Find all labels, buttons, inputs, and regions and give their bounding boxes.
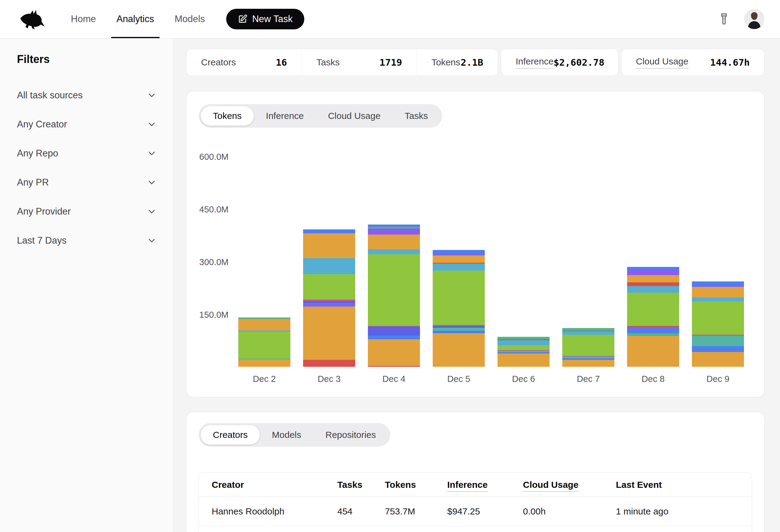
nav-tab-home[interactable]: Home <box>60 0 106 38</box>
column-header-label: Last Event <box>616 480 662 490</box>
kangaroo-logo-icon <box>18 9 47 30</box>
chart-tab-cloud-usage[interactable]: Cloud Usage <box>316 106 392 125</box>
bar-segment-royal <box>627 267 679 270</box>
table-row[interactable]: Rooviewer440544.3M$376.2875.23h3 minutes… <box>199 526 752 532</box>
breakdown-tab-repositories[interactable]: Repositories <box>313 425 388 444</box>
bar-segment-green <box>562 335 615 356</box>
chevron-down-icon <box>147 119 157 129</box>
filter-label: Any Repo <box>17 148 58 159</box>
new-task-button[interactable]: New Task <box>226 9 304 30</box>
nav-tab-models[interactable]: Models <box>164 0 215 38</box>
bar-segment-orange <box>562 360 615 367</box>
stat-label: Creators <box>201 57 236 67</box>
bar-slot-dec-7: Dec 7 <box>556 134 621 367</box>
bar-segment-orange <box>238 319 290 330</box>
table-cell: 1 minute ago <box>616 506 739 517</box>
filter-dropdown-any-repo[interactable]: Any Repo <box>17 139 157 168</box>
chart-tab-tokens[interactable]: Tokens <box>201 106 254 125</box>
bar-segment-tealgreen <box>627 333 679 336</box>
flashlight-icon[interactable] <box>717 12 731 26</box>
stat-label[interactable]: Inference <box>516 56 553 69</box>
bar-segment-skyblue <box>692 298 744 302</box>
stat-value: 2.1B <box>460 57 483 68</box>
table-body: Hannes Roodolph454753.7M$947.250.00h1 mi… <box>199 497 752 532</box>
filter-label: Any PR <box>17 177 49 188</box>
app-logo[interactable] <box>18 9 51 30</box>
bar-segment-orange <box>692 287 744 298</box>
bar-segment-green <box>692 302 744 335</box>
stacked-bar[interactable] <box>238 317 290 367</box>
avatar-photo <box>744 9 764 29</box>
table-cell: $947.25 <box>447 506 523 517</box>
stacked-bar[interactable] <box>303 229 355 367</box>
x-axis-label: Dec 4 <box>361 374 426 384</box>
bar-segment-red <box>368 366 420 367</box>
bar-segment-orange <box>627 336 679 367</box>
column-header-tokens: Tokens <box>385 480 447 490</box>
chart-tab-inference[interactable]: Inference <box>254 106 316 125</box>
bar-segment-royal <box>433 250 485 254</box>
stacked-bar[interactable] <box>497 337 549 367</box>
user-avatar[interactable] <box>744 9 764 29</box>
stat-value: 1719 <box>379 57 402 68</box>
bar-segment-indigo <box>368 326 420 335</box>
stat-label[interactable]: Cloud Usage <box>636 56 688 69</box>
bar-segment-green <box>627 292 679 326</box>
stacked-bar[interactable] <box>692 281 744 367</box>
chart-card: TokensInferenceCloud UsageTasks 600.0M45… <box>186 91 765 397</box>
bar-segment-orange <box>238 360 290 367</box>
bar-segment-skyblue <box>627 286 679 292</box>
bar-segment-orange <box>368 339 420 366</box>
bar-segment-orange <box>433 255 485 263</box>
column-header-tasks: Tasks <box>337 480 385 490</box>
chart-tab-tasks[interactable]: Tasks <box>393 106 440 125</box>
main-content: Creators16Tasks1719Tokens2.1BInference$2… <box>174 39 780 532</box>
column-header-creator: Creator <box>212 480 337 490</box>
bar-segment-green <box>368 254 420 326</box>
bar-segment-royal <box>692 281 744 286</box>
bar-segment-royal <box>627 328 679 333</box>
bar-segment-teal <box>692 335 744 346</box>
top-nav: HomeAnalyticsModels New Task <box>0 0 780 39</box>
bar-segment-royal <box>368 335 420 339</box>
column-header-inference[interactable]: Inference <box>447 480 523 490</box>
bar-segment-orange <box>497 354 549 367</box>
bar-slot-dec-6: Dec 6 <box>491 134 556 367</box>
column-header-cloud-usage[interactable]: Cloud Usage <box>523 480 616 490</box>
bar-segment-tealgreen <box>562 328 615 331</box>
bar-slot-dec-8: Dec 8 <box>621 134 686 367</box>
filter-dropdown-last-7-days[interactable]: Last 7 Days <box>17 226 157 255</box>
column-header-label: Tokens <box>385 480 416 490</box>
filter-dropdown-all-task-sources[interactable]: All task sources <box>17 81 157 110</box>
filter-dropdown-any-creator[interactable]: Any Creator <box>17 110 157 139</box>
filter-dropdown-any-pr[interactable]: Any PR <box>17 168 157 197</box>
bar-segment-royal <box>303 229 355 233</box>
stat-inference: Inference$2,602.78 <box>501 49 618 76</box>
column-header-label: Inference <box>447 480 487 492</box>
filters-sidebar: Filters All task sourcesAny CreatorAny R… <box>0 39 174 532</box>
stat-tokens: Tokens2.1B <box>417 49 498 76</box>
chevron-down-icon <box>147 90 157 101</box>
nav-right-actions <box>717 9 764 29</box>
chevron-down-icon <box>147 235 157 246</box>
stacked-bar[interactable] <box>562 328 615 367</box>
tokens-bar-chart: 600.0M450.0M300.0M150.0MDec 2Dec 3Dec 4D… <box>196 134 755 367</box>
bar-segment-green <box>303 274 355 300</box>
y-axis-tick: 600.0M <box>199 152 229 162</box>
new-task-label: New Task <box>252 14 293 24</box>
column-header-last-event: Last Event <box>616 480 739 490</box>
stacked-bar[interactable] <box>368 224 420 367</box>
bar-slot-dec-4: Dec 4 <box>361 134 426 367</box>
stacked-bar[interactable] <box>627 267 679 367</box>
bar-segment-orange <box>627 275 679 282</box>
breakdown-tab-models[interactable]: Models <box>260 425 313 444</box>
bar-segment-skyblue <box>433 264 485 271</box>
table-row[interactable]: Hannes Roodolph454753.7M$947.250.00h1 mi… <box>199 497 752 526</box>
filter-dropdown-any-provider[interactable]: Any Provider <box>17 197 157 226</box>
nav-tab-analytics[interactable]: Analytics <box>106 0 164 38</box>
stat-label: Tasks <box>316 57 340 67</box>
bars-container: Dec 2Dec 3Dec 4Dec 5Dec 6Dec 7Dec 8Dec 9 <box>232 134 750 367</box>
breakdown-tab-creators[interactable]: Creators <box>201 425 260 444</box>
stacked-bar[interactable] <box>433 250 485 367</box>
stat-value: 16 <box>276 57 287 68</box>
